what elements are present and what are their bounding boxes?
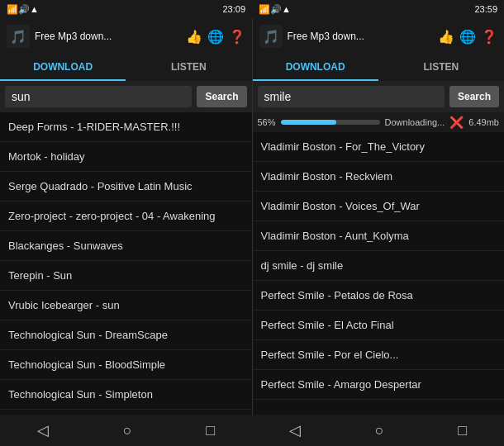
list-item[interactable]: Deep Forms - 1-RIDER-MASTER.!!! bbox=[0, 112, 252, 142]
status-right-time: 23:59 bbox=[474, 4, 497, 14]
left-tab-download[interactable]: DOWNLOAD bbox=[0, 55, 126, 81]
download-percent: 56% bbox=[258, 117, 276, 127]
left-back-icon[interactable]: ◁ bbox=[24, 418, 62, 443]
list-item[interactable]: Perfect Smile - El Acto Final bbox=[253, 311, 505, 340]
list-item[interactable]: Technological Sun - Simpleton bbox=[0, 380, 252, 410]
list-item[interactable]: Serge Quadrado - Positive Latin Music bbox=[0, 172, 252, 202]
downloading-label: Downloading... bbox=[385, 117, 445, 127]
progress-track bbox=[281, 120, 380, 125]
left-app-icon: 🎵 bbox=[7, 25, 30, 48]
left-search-button[interactable]: Search bbox=[197, 86, 246, 107]
right-song-list: Vladimir Boston - For_The_VictoryVladimi… bbox=[253, 132, 505, 415]
list-item[interactable]: Perfect Smile - Petalos de Rosa bbox=[253, 281, 505, 311]
cancel-download-button[interactable]: ❌ bbox=[449, 116, 464, 129]
nav-bars: ◁ ○ □ ◁ ○ □ bbox=[0, 415, 504, 446]
status-bar-left: 📶🔊▲ 23:09 bbox=[0, 0, 252, 18]
right-tabs: DOWNLOAD LISTEN bbox=[253, 55, 505, 81]
left-app-title: Free Mp3 down... bbox=[35, 31, 181, 42]
right-back-icon[interactable]: ◁ bbox=[276, 418, 314, 443]
status-left-icons: 📶🔊▲ bbox=[7, 4, 39, 15]
left-help-icon: ❓ bbox=[229, 29, 245, 45]
right-help-icon: ❓ bbox=[481, 29, 497, 45]
right-tab-listen[interactable]: LISTEN bbox=[378, 55, 504, 81]
left-search-bar: Search bbox=[0, 81, 252, 112]
right-search-bar: Search bbox=[253, 81, 505, 112]
right-tab-download[interactable]: DOWNLOAD bbox=[253, 55, 378, 81]
status-right-icons: 📶🔊▲ bbox=[259, 4, 291, 15]
right-header-icons: 👍 🌐 ❓ bbox=[438, 29, 497, 45]
right-search-input[interactable] bbox=[258, 86, 445, 107]
status-left-time: 23:09 bbox=[222, 4, 245, 14]
right-panel: 🎵 Free Mp3 down... 👍 🌐 ❓ DOWNLOAD LISTEN… bbox=[253, 18, 505, 415]
right-hand-icon: 👍 bbox=[438, 29, 454, 45]
list-item[interactable]: Vladimir Boston - Reckviem bbox=[253, 162, 505, 192]
right-app-icon: 🎵 bbox=[259, 25, 283, 48]
left-panel: 🎵 Free Mp3 down... 👍 🌐 ❓ DOWNLOAD LISTEN… bbox=[0, 18, 253, 415]
list-item[interactable]: Technological Sun - BloodSimple bbox=[0, 350, 252, 380]
progress-fill bbox=[281, 120, 336, 125]
left-recents-icon[interactable]: □ bbox=[193, 419, 228, 443]
right-app-title: Free Mp3 down... bbox=[288, 31, 434, 42]
left-app-header: 🎵 Free Mp3 down... 👍 🌐 ❓ bbox=[0, 18, 252, 55]
status-bar-right: 📶🔊▲ 23:59 bbox=[252, 0, 504, 18]
list-item[interactable]: Vladimir Boston - For_The_Victory bbox=[253, 132, 505, 162]
list-item[interactable]: dj smile - dj smile bbox=[253, 251, 505, 281]
left-tab-listen[interactable]: LISTEN bbox=[126, 55, 251, 81]
left-home-icon[interactable]: ○ bbox=[110, 419, 145, 443]
list-item[interactable]: Vrubic Icebearger - sun bbox=[0, 291, 252, 320]
list-item[interactable]: Zero-project - zero-project - 04 - Awake… bbox=[0, 202, 252, 231]
file-size: 6.49mb bbox=[468, 117, 499, 127]
left-song-list: Deep Forms - 1-RIDER-MASTER.!!!Mortok - … bbox=[0, 112, 252, 415]
right-home-icon[interactable]: ○ bbox=[362, 419, 397, 443]
left-search-input[interactable] bbox=[5, 86, 192, 107]
left-tabs: DOWNLOAD LISTEN bbox=[0, 55, 252, 81]
left-hand-icon: 👍 bbox=[186, 29, 202, 45]
right-search-button[interactable]: Search bbox=[449, 86, 499, 107]
download-progress: 56% Downloading... ❌ 6.49mb bbox=[253, 112, 505, 132]
list-item[interactable]: Perfect Smile - Por el Cielo... bbox=[253, 340, 505, 370]
right-app-header: 🎵 Free Mp3 down... 👍 🌐 ❓ bbox=[253, 18, 505, 55]
list-item[interactable]: Blackanges - Sunwaves bbox=[0, 231, 252, 261]
left-header-icons: 👍 🌐 ❓ bbox=[186, 29, 245, 45]
right-globe-icon: 🌐 bbox=[459, 29, 476, 45]
list-item[interactable]: Mortok - holiday bbox=[0, 142, 252, 172]
list-item[interactable]: Vladimir Boston - Voices_Of_War bbox=[253, 192, 505, 221]
list-item[interactable]: Perfect Smile - Amargo Despertar bbox=[253, 370, 505, 400]
list-item[interactable]: Vladimir Boston - Aunt_Kolyma bbox=[253, 221, 505, 251]
right-nav-bar: ◁ ○ □ bbox=[252, 415, 504, 446]
status-bars: 📶🔊▲ 23:09 📶🔊▲ 23:59 bbox=[0, 0, 504, 18]
left-nav-bar: ◁ ○ □ bbox=[0, 415, 252, 446]
list-item[interactable]: Terepin - Sun bbox=[0, 261, 252, 291]
list-item[interactable]: Technological Sun - DreamScape bbox=[0, 320, 252, 350]
right-recents-icon[interactable]: □ bbox=[445, 419, 480, 443]
left-globe-icon: 🌐 bbox=[207, 29, 224, 45]
